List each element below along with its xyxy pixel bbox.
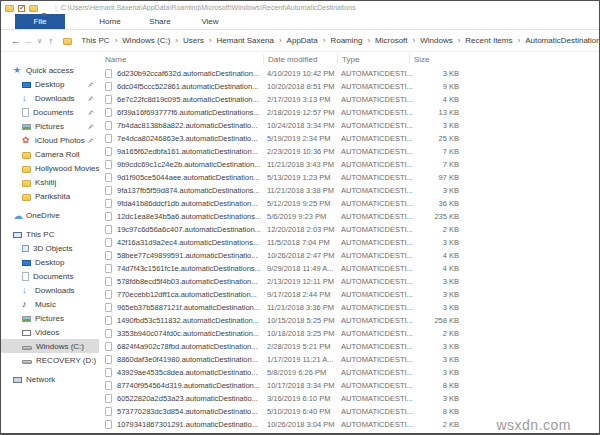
breadcrumb-separator-icon[interactable]: ›: [113, 36, 120, 45]
file-type: AUTOMATICDESTI...: [341, 186, 413, 195]
table-row[interactable]: 6f39a16f693777f6.automaticDestinations..…: [99, 106, 599, 119]
column-header-date-modified[interactable]: Date modified: [263, 54, 341, 65]
file-type: AUTOMATICDESTI...: [341, 381, 413, 390]
recent-locations-icon[interactable]: ∨: [35, 37, 45, 45]
sidebar-item-downloads[interactable]: Downloads: [1, 91, 99, 105]
table-row[interactable]: 12dc1ea8e34b5a6.automaticDestinations...…: [99, 210, 599, 223]
qat-dropdown-icon[interactable]: [42, 3, 51, 12]
table-row[interactable]: 42f16a31d9a2ec4.automaticDestinations...…: [99, 236, 599, 249]
file-size: 3 KB: [413, 69, 459, 78]
sidebar-item-pictures[interactable]: Pictures: [1, 119, 99, 133]
sidebar-item-windows-c[interactable]: Windows (C:): [1, 339, 99, 353]
breadcrumb-item[interactable]: Hemant Saxena: [214, 36, 277, 45]
sidebar-item-videos[interactable]: Videos: [1, 325, 99, 339]
sidebar-item-desktop[interactable]: Desktop: [1, 77, 99, 91]
breadcrumb-separator-icon[interactable]: ›: [173, 36, 180, 45]
table-row[interactable]: 9d1f905ce5044aee.automaticDestination...…: [99, 171, 599, 184]
sidebar-item-parikshita[interactable]: Parikshita: [1, 189, 99, 203]
file-icon: [105, 407, 112, 416]
sidebar-item-music[interactable]: Music: [1, 297, 99, 311]
breadcrumb-separator-icon[interactable]: ›: [277, 36, 284, 45]
sidebar-item-camera-roll[interactable]: Camera Roll: [1, 147, 99, 161]
breadcrumb-item[interactable]: Windows: [417, 36, 455, 45]
table-row[interactable]: 7b4dac8138b8a822.automaticDestinatio...1…: [99, 119, 599, 132]
sidebar-item-documents[interactable]: Documents: [1, 269, 99, 283]
table-row[interactable]: 8860daf3e0f41980.automaticDestination...…: [99, 353, 599, 366]
pin-icon: [88, 81, 94, 90]
forward-icon[interactable]: →: [22, 36, 35, 46]
breadcrumb-separator-icon[interactable]: ›: [411, 36, 418, 45]
table-row[interactable]: 43929ae4535c8dea.automaticDestinatio...5…: [99, 366, 599, 379]
sidebar-item-onedrive[interactable]: OneDrive: [1, 208, 99, 222]
sidebar-item-3d-objects[interactable]: 3D Objects: [1, 241, 99, 255]
breadcrumb-separator-icon[interactable]: ›: [515, 36, 522, 45]
breadcrumb-item[interactable]: AutomaticDestinations: [522, 36, 599, 45]
breadcrumb-item[interactable]: This PC: [78, 36, 112, 45]
breadcrumb-separator-icon[interactable]: ›: [207, 36, 214, 45]
table-row[interactable]: 770ecebb12dff1ca.automaticDestination...…: [99, 288, 599, 301]
sidebar-item-recovery-d[interactable]: RECOVERY (D:): [1, 353, 99, 367]
tab-view[interactable]: View: [185, 14, 235, 29]
column-header-name[interactable]: Name: [105, 54, 267, 65]
properties-icon[interactable]: [18, 5, 25, 12]
sidebar-item-documents[interactable]: Documents: [1, 105, 99, 119]
sidebar-item-hollywood-movies[interactable]: Hollywood Movies: [1, 161, 99, 175]
breadcrumb-separator-icon[interactable]: ›: [365, 36, 372, 45]
file-date-modified: 5/10/2019 6:40 PM: [267, 407, 341, 416]
table-row[interactable]: 7e4dca80246863e3.automaticDestinatio...5…: [99, 132, 599, 145]
sidebar-item-kshitij[interactable]: Kshitij: [1, 175, 99, 189]
table-row[interactable]: 9a165f62edbfa161.automaticDestination...…: [99, 145, 599, 158]
sidebar-item-downloads[interactable]: Downloads: [1, 283, 99, 297]
breadcrumb-separator-icon[interactable]: ›: [321, 36, 328, 45]
table-row[interactable]: 578fdb8ecd5f4b03.automaticDestination...…: [99, 275, 599, 288]
file-name: 87740f954564d319.automaticDestination...: [117, 381, 267, 390]
table-row[interactable]: 3353b940c074fd0c.automaticDestination...…: [99, 327, 599, 340]
file-icon: [105, 160, 112, 169]
breadcrumb-item[interactable]: Windows (C:): [119, 36, 173, 45]
sidebar-item-network[interactable]: Network: [1, 372, 99, 386]
table-row[interactable]: 965eb37b5887121f.automaticDestination...…: [99, 301, 599, 314]
table-row[interactable]: 1490fbd53c511832.automaticDestination...…: [99, 314, 599, 327]
table-row[interactable]: 74d7f43c1561fc1e.automaticDestinations..…: [99, 262, 599, 275]
file-icon: [105, 303, 112, 312]
breadcrumb-item[interactable]: Roaming: [327, 36, 365, 45]
table-row[interactable]: 6dc04f5ccc522861.automaticDestination...…: [99, 80, 599, 93]
breadcrumb: This PC›Windows (C:)›Users›Hemant Saxena…: [78, 36, 599, 45]
table-row[interactable]: 9b9cdc69c1c24e2b.automaticDestination...…: [99, 158, 599, 171]
sidebar-item-pictures[interactable]: Pictures: [1, 311, 99, 325]
table-row[interactable]: 9fda41b86ddcf1db.automaticDestination...…: [99, 197, 599, 210]
breadcrumb-item[interactable]: AppData: [284, 36, 321, 45]
sidebar-item-this-pc[interactable]: This PC: [1, 227, 99, 241]
column-header-type[interactable]: Type: [337, 54, 413, 65]
file-icon: [105, 108, 112, 117]
table-row[interactable]: 60522820a2d53a23.automaticDestinatio...3…: [99, 392, 599, 405]
back-icon[interactable]: ←: [9, 36, 22, 46]
column-header-size[interactable]: Size: [409, 54, 459, 65]
flower-icon: [22, 136, 31, 145]
download-icon: [22, 94, 31, 103]
file-icon: [105, 186, 112, 195]
tab-file[interactable]: File: [15, 14, 65, 29]
file-date-modified: 4/10/2019 10:42 PM: [267, 69, 341, 78]
breadcrumb-separator-icon[interactable]: ›: [456, 36, 463, 45]
table-row[interactable]: 6d230b92ccaf632d.automaticDestination...…: [99, 67, 599, 80]
tab-home[interactable]: Home: [85, 14, 135, 29]
sidebar-item-desktop[interactable]: Desktop: [1, 255, 99, 269]
new-folder-icon[interactable]: [29, 5, 38, 12]
table-row[interactable]: 58bee77c49899591.automaticDestinatio...1…: [99, 249, 599, 262]
up-icon[interactable]: ↑: [44, 36, 57, 46]
file-size: 4 KB: [413, 264, 459, 273]
sidebar-item-icloud-photos[interactable]: iCloud Photos: [1, 133, 99, 147]
table-row[interactable]: 19c97c6d56a6c407.automaticDestination...…: [99, 223, 599, 236]
table-row[interactable]: 6824f4a902c78fbd.automaticDestination...…: [99, 340, 599, 353]
table-row[interactable]: 87740f954564d319.automaticDestination...…: [99, 379, 599, 392]
file-icon: [105, 225, 112, 234]
table-row[interactable]: 9fa137fb5f59d874.automaticDestinations..…: [99, 184, 599, 197]
breadcrumb-item[interactable]: Users: [180, 36, 207, 45]
tab-share[interactable]: Share: [135, 14, 185, 29]
table-row[interactable]: 6e7c22fc8d19c095.automaticDestination...…: [99, 93, 599, 106]
sidebar-item-quick-access[interactable]: Quick access: [1, 63, 99, 77]
breadcrumb-item[interactable]: Recent Items: [462, 36, 515, 45]
breadcrumb-item[interactable]: Microsoft: [372, 36, 410, 45]
sidebar-item-label: OneDrive: [26, 211, 60, 220]
